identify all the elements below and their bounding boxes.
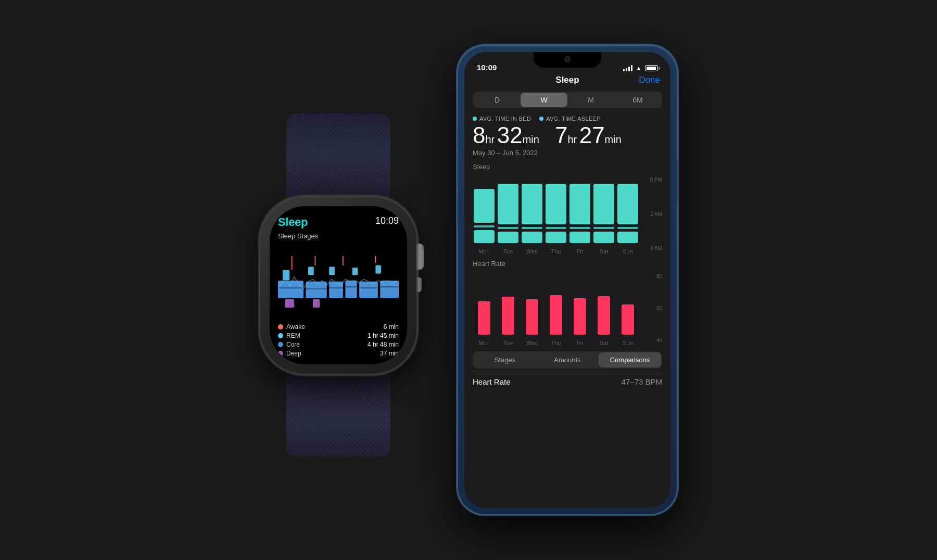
phone-power-button	[677, 160, 679, 202]
done-button[interactable]: Done	[639, 75, 660, 85]
heart-col-thu	[546, 274, 566, 335]
tab-amounts[interactable]: Amounts	[536, 352, 599, 367]
status-icons: ▲	[623, 65, 658, 72]
heart-grid-80: 80	[641, 274, 662, 279]
heart-col-mon	[474, 274, 495, 335]
app-header: Sleep Done	[464, 75, 670, 92]
heart-col-wed	[522, 274, 542, 335]
heart-day-mon: Mon	[474, 340, 495, 346]
day-sun: Sun	[617, 248, 638, 254]
heart-rate-row: Heart Rate 47–73 BPM	[473, 372, 662, 391]
phone-screen: 10:09 ▲	[464, 52, 670, 508]
tab-m[interactable]: M	[567, 93, 614, 107]
stats-section: AVG. TIME IN BED AVG. TIME ASLEEP 8hr 32…	[473, 116, 662, 157]
heart-chart-section: Heart Rate 80 60 40	[473, 260, 662, 346]
bed-min-unit: min	[523, 134, 539, 145]
svg-rect-6	[329, 266, 335, 275]
heart-bars	[473, 271, 639, 335]
sleep-col-wed	[522, 177, 542, 243]
avg-bed-stat: 8hr 32min	[473, 124, 539, 147]
heart-col-sun	[617, 274, 638, 335]
sleep-col-thu	[546, 177, 566, 243]
heart-day-sun: Sun	[617, 340, 638, 346]
sleep-col-tue	[498, 177, 518, 243]
watch-side-button	[416, 277, 422, 292]
wifi-icon: ▲	[636, 65, 642, 72]
heart-day-fri: Fri	[569, 340, 590, 346]
watch-time: 10:09	[375, 215, 399, 226]
day-wed: Wed	[522, 248, 542, 254]
avg-asleep-stat: 7hr 27min	[555, 124, 622, 147]
day-tue: Tue	[498, 248, 518, 254]
legend-row-rem: REM 1 hr 45 min	[278, 332, 399, 339]
bed-dot	[473, 117, 477, 121]
watch-app-title: Sleep	[278, 215, 308, 229]
sleep-bars	[473, 174, 639, 243]
phone-container: 10:09 ▲	[458, 46, 677, 514]
svg-rect-14	[380, 281, 399, 298]
svg-rect-11	[329, 282, 343, 298]
svg-rect-10	[306, 282, 327, 298]
watch-band-bottom	[286, 363, 390, 457]
grid-label-8am: 8 AM	[641, 246, 662, 251]
heart-grid-labels: 80 60 40	[641, 271, 662, 346]
watch-subtitle: Sleep Stages	[278, 232, 399, 240]
phone-volume-down	[456, 194, 458, 225]
tab-comparisons[interactable]: Comparisons	[599, 352, 661, 367]
battery-icon	[645, 65, 658, 71]
watch-sleep-chart	[278, 244, 399, 319]
tab-6m[interactable]: 6M	[614, 93, 661, 107]
svg-rect-13	[359, 282, 378, 298]
sleep-chart-label: Sleep	[473, 163, 662, 171]
sleep-grid-labels: 8 PM 2 AM 8 AM	[641, 174, 662, 254]
phone-body: 10:09 ▲	[458, 46, 677, 514]
legend-row-awake: Awake 6 min	[278, 323, 399, 330]
watch-header: Sleep 10:09	[278, 215, 399, 229]
phone-notch	[534, 52, 601, 68]
sleep-chart: 8 PM 2 AM 8 AM	[473, 174, 662, 254]
legend-row-deep: Deep 37 min	[278, 350, 399, 357]
bed-hr-unit: hr	[485, 134, 495, 145]
period-tabs[interactable]: D W M 6M	[473, 92, 662, 108]
phone-camera	[564, 56, 571, 62]
tab-w[interactable]: W	[521, 93, 567, 107]
heart-grid-60: 60	[641, 306, 662, 311]
phone-mute-switch	[456, 129, 458, 148]
svg-rect-21	[285, 299, 294, 308]
sleep-col-sat	[593, 177, 614, 243]
svg-rect-5	[308, 266, 314, 275]
heart-day-thu: Thu	[546, 340, 566, 346]
heart-day-labels: Mon Tue Wed Thu Fri Sat Sun	[473, 340, 639, 346]
asleep-min-unit: min	[605, 134, 622, 145]
grid-label-2am: 2 AM	[641, 211, 662, 217]
awake-dot	[278, 324, 283, 329]
day-mon: Mon	[474, 248, 495, 254]
day-labels-row: Mon Tue Wed Thu Fri Sat Sun	[473, 248, 639, 254]
deep-dot	[278, 351, 283, 356]
scroll-content: AVG. TIME IN BED AVG. TIME ASLEEP 8hr 32…	[464, 116, 670, 508]
app-title: Sleep	[555, 75, 579, 85]
svg-rect-15	[278, 287, 303, 289]
watch-body: Sleep 10:09 Sleep Stages	[260, 197, 416, 374]
heart-day-sat: Sat	[593, 340, 614, 346]
watch-screen: Sleep 10:09 Sleep Stages	[270, 206, 407, 364]
sleep-col-mon	[474, 177, 495, 243]
svg-rect-8	[375, 265, 381, 274]
svg-rect-17	[329, 287, 343, 289]
heart-chart: 80 60 40	[473, 271, 662, 346]
grid-label-8pm: 8 PM	[641, 177, 662, 183]
day-fri: Fri	[569, 248, 590, 254]
tab-d[interactable]: D	[474, 93, 521, 107]
day-thu: Thu	[546, 248, 566, 254]
heart-rate-value: 47–73 BPM	[622, 377, 662, 386]
heart-col-sat	[593, 274, 614, 335]
bottom-tabs[interactable]: Stages Amounts Comparisons	[473, 351, 662, 368]
heart-col-tue	[498, 274, 518, 335]
heart-rate-label: Heart Rate	[473, 377, 511, 386]
svg-rect-20	[380, 286, 399, 288]
sleep-col-sun	[617, 177, 638, 243]
svg-rect-16	[306, 288, 327, 289]
core-dot	[278, 342, 283, 347]
status-time: 10:09	[477, 63, 497, 72]
tab-stages[interactable]: Stages	[474, 352, 536, 367]
